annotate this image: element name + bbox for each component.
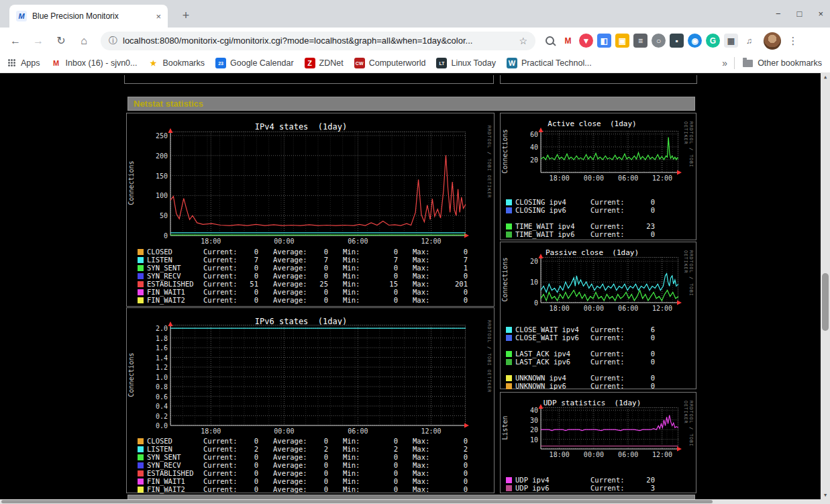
new-tab-button[interactable]: +	[177, 7, 195, 24]
rrdtool-watermark: RRDTOOL / TOBI OETIKER	[486, 320, 492, 393]
legend-label: FIN_WAIT1	[147, 288, 203, 296]
legend-swatch	[138, 297, 144, 303]
window-minimize-button[interactable]: −	[776, 9, 781, 19]
scroll-down-arrow[interactable]: ▼	[821, 491, 830, 499]
lock-icon[interactable]: ▪	[670, 34, 684, 48]
url-text[interactable]: localhost:8080/monitorix-cgi/monitorix.c…	[123, 36, 513, 46]
window-maximize-button[interactable]: □	[797, 9, 802, 19]
bookmark-item[interactable]: WPractical Technol...	[507, 58, 592, 68]
browser-tab[interactable]: M Blue Precision Monitorix ×	[9, 5, 168, 28]
legend-stat-value: 0	[241, 477, 258, 485]
bookmarks-divider	[734, 57, 735, 69]
legend-stat-value: 7	[380, 256, 398, 264]
forward-button[interactable]: →	[28, 31, 48, 51]
puzzle-icon[interactable]: ▦	[724, 34, 738, 48]
browser-menu-icon[interactable]: ⋮	[786, 35, 800, 47]
tab-title: Blue Precision Monitorix	[32, 11, 152, 21]
page-info-icon[interactable]: ⓘ	[109, 35, 117, 47]
legend-stat-value: 0	[380, 453, 398, 461]
scroll-up-arrow[interactable]: ▲	[821, 73, 830, 81]
legend-stat-value: 6	[628, 325, 655, 334]
legend-spacer	[506, 366, 655, 374]
legend-row: FIN_WAIT1Current:0Average:0Min:0Max:0	[138, 477, 482, 485]
pocket-icon[interactable]: ▼	[579, 34, 593, 48]
legend-stat-key: Min:	[343, 453, 380, 461]
bookmark-item[interactable]: ★Bookmarks	[148, 58, 205, 68]
back-button[interactable]: ←	[5, 31, 25, 51]
chart-legend: CLOSEDCurrent:0Average:0Min:0Max:0LISTEN…	[138, 248, 482, 304]
tab-close-icon[interactable]: ×	[156, 11, 161, 21]
bookmark-star-icon[interactable]: ☆	[519, 36, 527, 46]
chart-canvas	[170, 132, 466, 236]
horizontal-scrollbar[interactable]	[0, 499, 821, 504]
vertical-scrollbar[interactable]: ▲ ▼	[821, 73, 830, 499]
legend-stat-key: Max:	[413, 296, 450, 304]
y-axis-tick: 200	[144, 152, 168, 160]
x-axis-tick: 18:00	[549, 174, 570, 182]
legend-stat-key: Min:	[343, 469, 380, 477]
vertical-scrollbar-thumb[interactable]	[822, 273, 829, 331]
legend-stat-value: 0	[628, 334, 655, 342]
legend-stat-key: Current:	[203, 272, 241, 280]
legend-stat-value: 20	[628, 476, 655, 484]
chart-plot-area[interactable]	[170, 325, 466, 425]
wordpress-favicon: W	[507, 58, 517, 68]
legend-swatch	[138, 462, 144, 468]
legend-stat-value: 0	[311, 461, 328, 469]
legend-stat-key: Current:	[590, 198, 628, 206]
bookmark-item[interactable]: ZZDNet	[305, 58, 344, 68]
legend-stat-value: 1	[450, 264, 468, 272]
legend-stat-value: 0	[628, 230, 655, 238]
legend-label: SYN_RECV	[147, 272, 203, 280]
legend-stat-key: Current:	[590, 358, 628, 366]
y-axis-tick: 0.0	[144, 422, 168, 430]
y-axis-tick: 250	[144, 132, 168, 140]
x-axis-tick: 06:00	[347, 427, 368, 435]
legend-row: LISTENCurrent:2Average:2Min:2Max:2	[138, 445, 482, 453]
profile-avatar[interactable]	[764, 32, 781, 50]
overflow-chevron-icon[interactable]: »	[722, 58, 727, 68]
legend-row: CLOSE_WAIT ipv4Current:6	[506, 325, 655, 334]
previous-section-panel-bottom-left	[124, 75, 494, 84]
legend-stat-key: Average:	[273, 272, 311, 280]
page-content: Netstat statistics IPv4 states (1day) Co…	[0, 73, 830, 504]
y-axis-tick: 10	[514, 436, 538, 444]
y-axis-tick: 10	[514, 279, 538, 286]
home-button[interactable]: ⌂	[74, 31, 94, 51]
globe-icon[interactable]: ○	[652, 34, 666, 48]
chart-plot-area[interactable]	[170, 132, 466, 236]
address-bar[interactable]: ⓘ localhost:8080/monitorix-cgi/monitorix…	[101, 32, 535, 50]
grammarly-icon[interactable]: G	[706, 34, 720, 48]
legend-row: CLOSING ipv4Current:0	[506, 198, 655, 206]
rrdtool-watermark: RRDTOOL / TOBI OETIKER	[683, 250, 694, 312]
gmail-icon[interactable]: M	[561, 34, 575, 48]
copy-icon[interactable]: ◧	[597, 34, 611, 48]
legend-label: LAST_ACK ipv6	[515, 358, 590, 366]
chart-plot-area[interactable]	[541, 131, 678, 172]
reload-button[interactable]: ↻	[51, 31, 71, 51]
chart-panel-udp-statistics: UDP statistics (1day) Listen RRDTOOL / T…	[500, 392, 696, 493]
bookmark-item[interactable]: LTLinux Today	[436, 58, 496, 68]
x-axis-tick: 06:00	[617, 305, 639, 312]
chart-plot-area[interactable]	[541, 407, 678, 449]
legend-stat-key: Current:	[590, 374, 628, 382]
playlist-icon[interactable]: ♫	[742, 34, 756, 48]
legend-row: UNKNOWN ipv6Current:0	[506, 382, 655, 390]
chart-panel-active-close: Active close (1day) Connections RRDTOOL …	[500, 113, 696, 240]
y-axis-tick: 60	[514, 131, 538, 138]
stack-icon[interactable]: ≡	[633, 34, 647, 48]
window-close-button[interactable]: ×	[818, 9, 823, 19]
keep-icon[interactable]: ▣	[615, 34, 629, 48]
legend-row: LAST_ACK ipv4Current:0	[506, 350, 655, 358]
other-bookmarks[interactable]: Other bookmarks	[743, 58, 822, 68]
zoom-icon[interactable]: ◉	[688, 34, 702, 48]
bookmark-item[interactable]: 23Google Calendar	[215, 58, 294, 68]
legend-swatch	[138, 470, 144, 476]
search-icon[interactable]	[543, 34, 557, 48]
horizontal-scrollbar-thumb[interactable]	[1, 500, 713, 503]
chart-plot-area[interactable]	[541, 257, 678, 303]
apps-shortcut[interactable]: Apps	[8, 58, 40, 68]
bookmark-item[interactable]: MInbox (16) - sjvn0...	[51, 58, 138, 68]
bookmark-item[interactable]: CWComputerworld	[354, 58, 426, 68]
legend-stat-key: Current:	[590, 476, 628, 484]
